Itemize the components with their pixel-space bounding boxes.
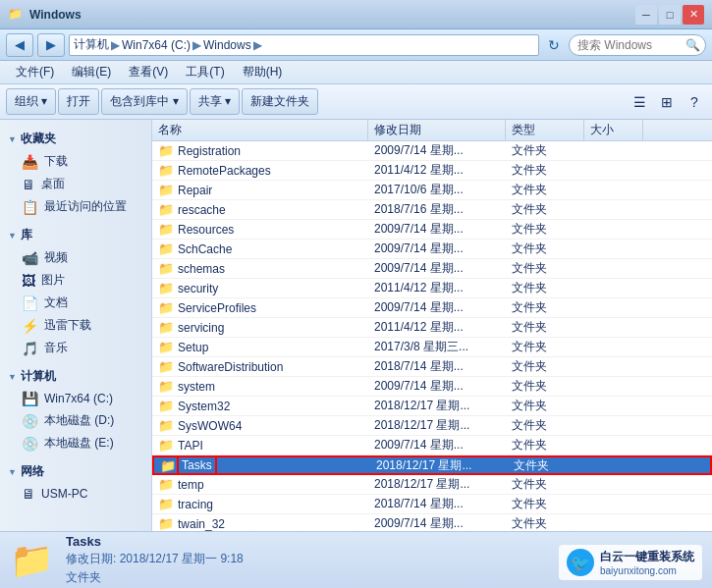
file-name-cell: 📁security <box>152 279 368 297</box>
share-button[interactable]: 共享 ▾ <box>190 88 240 115</box>
table-row[interactable]: 📁Registration2009/7/14 星期...文件夹 <box>152 141 712 161</box>
menu-tools[interactable]: 工具(T) <box>178 62 232 82</box>
view-tile-button[interactable]: ⊞ <box>655 90 679 114</box>
file-date-cell: 2009/7/14 星期... <box>368 377 506 396</box>
table-row[interactable]: 📁Repair2017/10/6 星期...文件夹 <box>152 181 712 200</box>
folder-icon: 📁 <box>158 399 174 413</box>
forward-button[interactable]: ▶ <box>37 33 65 57</box>
sidebar-item-usm-pc[interactable]: 🖥 USM-PC <box>0 483 151 505</box>
view-list-button[interactable]: ☰ <box>628 90 651 114</box>
sidebar-computer-section: ▼ 计算机 💾 Win7x64 (C:) 💿 本地磁盘 (D:) 💿 本地磁盘 … <box>0 365 151 454</box>
breadcrumb-windows[interactable]: Windows <box>203 38 251 52</box>
file-date-cell: 2018/12/17 星期... <box>368 397 506 415</box>
menu-view[interactable]: 查看(V) <box>121 62 176 82</box>
col-header-date[interactable]: 修改日期 <box>368 120 506 140</box>
table-row[interactable]: 📁security2011/4/12 星期...文件夹 <box>152 279 712 298</box>
status-bar: 📁 Tasks 修改日期: 2018/12/17 星期一 9:18 文件夹 🐦 … <box>0 531 712 588</box>
table-row[interactable]: 📁temp2018/12/17 星期...文件夹 <box>152 475 712 495</box>
folder-icon: 📁 <box>158 281 174 295</box>
minimize-button[interactable]: ─ <box>635 5 657 25</box>
desktop-icon: 🖥 <box>22 177 35 192</box>
file-type-cell: 文件夹 <box>506 514 584 531</box>
table-row[interactable]: 📁rescache2018/7/16 星期...文件夹 <box>152 200 712 220</box>
menu-edit[interactable]: 编辑(E) <box>64 62 119 82</box>
table-row[interactable]: 📁schemas2009/7/14 星期...文件夹 <box>152 259 712 279</box>
file-date-cell: 2017/10/6 星期... <box>368 181 506 199</box>
file-size-cell <box>584 259 643 278</box>
folder-icon: 📁 <box>158 183 174 197</box>
table-row[interactable]: 📁SysWOW642018/12/17 星期...文件夹 <box>152 416 712 436</box>
col-header-name[interactable]: 名称 <box>152 120 368 140</box>
file-size-cell <box>584 318 643 337</box>
sidebar-item-music[interactable]: 🎵 音乐 <box>0 337 151 359</box>
library-arrow-icon: ▼ <box>8 231 17 241</box>
sidebar-library-label: 库 <box>21 227 32 243</box>
file-size-cell <box>584 436 643 454</box>
table-row[interactable]: 📁Tasks2018/12/17 星期...文件夹 <box>152 455 712 475</box>
help-button[interactable]: ? <box>683 90 706 114</box>
sidebar-item-d-drive[interactable]: 💿 本地磁盘 (D:) <box>0 409 151 432</box>
sidebar-item-desktop[interactable]: 🖥 桌面 <box>0 173 151 195</box>
new-folder-button[interactable]: 新建文件夹 <box>242 88 318 115</box>
file-name-cell: 📁system <box>152 377 368 396</box>
include-button[interactable]: 包含到库中 ▾ <box>101 88 187 115</box>
table-row[interactable]: 📁SoftwareDistribution2018/7/14 星期...文件夹 <box>152 357 712 377</box>
sidebar-item-xunlei[interactable]: ⚡ 迅雷下载 <box>0 314 151 337</box>
usm-pc-icon: 🖥 <box>22 486 35 502</box>
table-row[interactable]: 📁SchCache2009/7/14 星期...文件夹 <box>152 240 712 259</box>
table-row[interactable]: 📁RemotePackages2011/4/12 星期...文件夹 <box>152 161 712 181</box>
sidebar-item-downloads[interactable]: 📥 下载 <box>0 150 151 173</box>
sidebar-item-c-drive[interactable]: 💾 Win7x64 (C:) <box>0 388 151 409</box>
sidebar-favorites-label: 收藏夹 <box>21 131 56 147</box>
file-date-cell: 2011/4/12 星期... <box>368 161 506 180</box>
sidebar-library-header[interactable]: ▼ 库 <box>0 224 151 246</box>
sidebar-favorites-header[interactable]: ▼ 收藏夹 <box>0 128 151 150</box>
sidebar-item-videos[interactable]: 📹 视频 <box>0 246 151 269</box>
e-drive-icon: 💿 <box>22 436 38 452</box>
file-date-cell: 2018/12/17 星期... <box>368 475 506 494</box>
search-wrap: 🔍 <box>569 34 706 56</box>
close-button[interactable]: ✕ <box>683 5 704 25</box>
file-type-cell: 文件夹 <box>506 298 584 317</box>
col-header-size[interactable]: 大小 <box>584 120 643 140</box>
breadcrumb-computer[interactable]: 计算机 <box>74 36 109 53</box>
folder-icon: 📁 <box>158 359 174 374</box>
table-row[interactable]: 📁twain_322009/7/14 星期...文件夹 <box>152 514 712 531</box>
breadcrumb-drive[interactable]: Win7x64 (C:) <box>122 38 191 52</box>
search-icon: 🔍 <box>685 38 700 52</box>
sidebar-item-e-drive[interactable]: 💿 本地磁盘 (E:) <box>0 432 151 454</box>
table-row[interactable]: 📁system2009/7/14 星期...文件夹 <box>152 377 712 397</box>
file-size-cell <box>584 141 643 160</box>
table-row[interactable]: 📁ServiceProfiles2009/7/14 星期...文件夹 <box>152 298 712 318</box>
table-row[interactable]: 📁TAPI2009/7/14 星期...文件夹 <box>152 436 712 455</box>
pictures-icon: 🖼 <box>22 273 35 289</box>
file-date-cell: 2009/7/14 星期... <box>368 141 506 160</box>
sidebar-network-header[interactable]: ▼ 网络 <box>0 460 151 483</box>
sidebar-item-recent[interactable]: 📋 最近访问的位置 <box>0 195 151 218</box>
favorites-arrow-icon: ▼ <box>8 134 17 144</box>
watermark-bird-icon: 🐦 <box>567 549 594 576</box>
table-row[interactable]: 📁System322018/12/17 星期...文件夹 <box>152 397 712 416</box>
sidebar-item-documents[interactable]: 📄 文档 <box>0 292 151 314</box>
sidebar-computer-header[interactable]: ▼ 计算机 <box>0 365 151 388</box>
sidebar-item-pictures[interactable]: 🖼 图片 <box>0 269 151 292</box>
menu-file[interactable]: 文件(F) <box>8 62 62 82</box>
table-row[interactable]: 📁tracing2018/7/14 星期...文件夹 <box>152 495 712 514</box>
file-name-cell: 📁Tasks <box>154 457 370 473</box>
watermark-text: 白云一键重装系统 baiyunxitong.com <box>600 549 694 576</box>
organize-button[interactable]: 组织 ▾ <box>6 88 56 115</box>
refresh-button[interactable]: ↻ <box>543 34 565 56</box>
maximize-button[interactable]: □ <box>659 5 681 25</box>
file-date-cell: 2011/4/12 星期... <box>368 279 506 297</box>
table-row[interactable]: 📁Resources2009/7/14 星期...文件夹 <box>152 220 712 240</box>
folder-icon: 📁 <box>158 261 174 276</box>
open-button[interactable]: 打开 <box>58 88 99 115</box>
file-rows: 📁Registration2009/7/14 星期...文件夹📁RemotePa… <box>152 141 712 531</box>
breadcrumb[interactable]: 计算机 ▶ Win7x64 (C:) ▶ Windows ▶ <box>69 34 539 56</box>
col-header-type[interactable]: 类型 <box>506 120 584 140</box>
menu-help[interactable]: 帮助(H) <box>235 62 291 82</box>
table-row[interactable]: 📁Setup2017/3/8 星期三...文件夹 <box>152 338 712 357</box>
table-row[interactable]: 📁servicing2011/4/12 星期...文件夹 <box>152 318 712 338</box>
music-icon: 🎵 <box>22 341 38 356</box>
back-button[interactable]: ◀ <box>6 33 33 57</box>
